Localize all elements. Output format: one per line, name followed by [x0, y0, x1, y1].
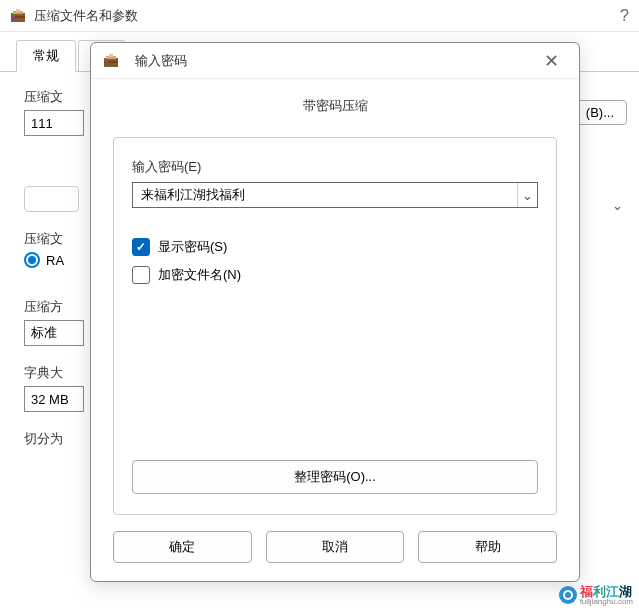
modal-titlebar: 输入密码 ✕	[91, 43, 579, 79]
organize-passwords-button[interactable]: 整理密码(O)...	[132, 460, 538, 494]
svg-rect-2	[16, 9, 20, 12]
svg-rect-12	[105, 59, 108, 61]
svg-rect-5	[12, 14, 15, 16]
password-dialog: 输入密码 ✕ 带密码压缩 输入密码(E) ⌄ 显示密码(S) 加密文件名(N)	[90, 42, 580, 582]
modal-buttons: 确定 取消 帮助	[113, 531, 557, 563]
close-icon[interactable]: ✕	[536, 46, 567, 76]
app-icon	[10, 8, 26, 24]
checkbox-icon	[132, 238, 150, 256]
password-label: 输入密码(E)	[132, 158, 538, 176]
checkbox-icon	[132, 266, 150, 284]
main-titlebar: 压缩文件名和参数 ?	[0, 0, 639, 32]
encrypt-names-checkbox[interactable]: 加密文件名(N)	[132, 266, 538, 284]
browse-button[interactable]: (B)...	[573, 100, 627, 125]
watermark-url: fulijianghu.com	[580, 598, 633, 606]
modal-title: 输入密码	[135, 52, 187, 70]
watermark-text: 福利江湖	[580, 583, 632, 598]
tab-general[interactable]: 常规	[16, 40, 76, 72]
svg-rect-6	[12, 18, 15, 20]
modal-cancel-button[interactable]: 取消	[266, 531, 405, 563]
watermark: 福利江湖 fulijianghu.com	[558, 583, 633, 606]
watermark-icon	[558, 585, 578, 605]
help-icon[interactable]: ?	[620, 7, 629, 25]
modal-subtitle: 带密码压缩	[113, 97, 557, 115]
svg-rect-9	[109, 54, 113, 57]
modal-body: 带密码压缩 输入密码(E) ⌄ 显示密码(S) 加密文件名(N)	[91, 79, 579, 581]
chevron-down-icon[interactable]: ⌄	[517, 183, 537, 207]
show-password-checkbox[interactable]: 显示密码(S)	[132, 238, 538, 256]
chevron-down-icon[interactable]: ⌄	[612, 198, 623, 213]
method-value: 标准	[31, 324, 57, 342]
modal-ok-button[interactable]: 确定	[113, 531, 252, 563]
svg-point-16	[565, 592, 571, 598]
password-combo: ⌄	[132, 182, 538, 208]
filename-input[interactable]	[24, 110, 84, 136]
app-icon	[103, 53, 119, 69]
radio-icon	[24, 252, 40, 268]
password-panel: 输入密码(E) ⌄ 显示密码(S) 加密文件名(N) 整理密码(O)...	[113, 137, 557, 515]
main-window-title: 压缩文件名和参数	[34, 7, 138, 25]
svg-rect-13	[105, 63, 108, 65]
modal-help-button[interactable]: 帮助	[418, 531, 557, 563]
dict-value: 32 MB	[31, 392, 69, 407]
password-input[interactable]	[133, 183, 517, 207]
